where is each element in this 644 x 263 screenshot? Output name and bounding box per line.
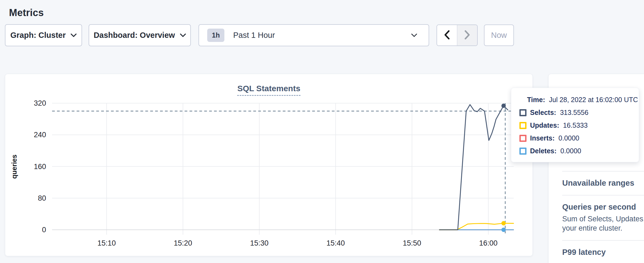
svg-text:15:40: 15:40 [326, 239, 345, 247]
chart-summary-list: Unavailable ranges Queries per second Su… [562, 171, 644, 263]
time-window-nav [437, 25, 478, 46]
time-range-label: Past 1 Hour [233, 31, 275, 40]
tooltip-series-label: Updates: [530, 121, 559, 129]
now-button-label: Now [491, 31, 507, 40]
list-item: Unavailable ranges [562, 172, 644, 195]
inserts-series-swatch-icon [519, 135, 526, 142]
svg-text:0: 0 [42, 226, 46, 234]
dashboard-dropdown[interactable]: Dashboard: Overview [89, 24, 191, 46]
sql-statements-chart-card: SQL Statements 15:1015:2015:3015:4015:50… [5, 74, 533, 256]
tooltip-series-label: Deletes: [530, 147, 556, 155]
tooltip-series-row: Inserts: 0.0000 [519, 134, 631, 142]
tooltip-series-row: Selects: 313.5556 [519, 109, 631, 116]
dashboard-dropdown-label: Dashboard: Overview [94, 31, 175, 40]
previous-time-window-button[interactable] [437, 25, 457, 45]
tooltip-time-label: Time: [527, 96, 545, 104]
tooltip-series-value: 0.0000 [558, 134, 579, 142]
tooltip-series-value: 16.5333 [563, 121, 588, 129]
chevron-down-icon [411, 33, 417, 37]
now-button[interactable]: Now [484, 25, 514, 46]
summary-item-title: Queries per second [562, 203, 644, 212]
summary-item-title: Unavailable ranges [562, 179, 644, 188]
svg-text:15:10: 15:10 [97, 239, 116, 247]
graph-scope-dropdown-label: Graph: Cluster [10, 31, 66, 40]
svg-text:15:50: 15:50 [403, 239, 421, 247]
tooltip-time-value: Jul 28, 2022 at 16:02:00 UTC [549, 96, 638, 104]
chart-hover-tooltip: Time: Jul 28, 2022 at 16:02:00 UTC Selec… [511, 88, 639, 162]
chevron-down-icon [71, 33, 77, 37]
svg-text:queries: queries [10, 155, 18, 179]
chevron-down-icon [180, 33, 186, 37]
page-title: Metrics [9, 7, 44, 19]
svg-text:16:00: 16:00 [479, 239, 498, 247]
tooltip-series-row: Updates: 16.5333 [519, 122, 631, 129]
next-time-window-button[interactable] [457, 25, 477, 45]
svg-text:240: 240 [34, 131, 46, 139]
svg-text:80: 80 [38, 194, 46, 202]
selects-series-swatch-icon [519, 109, 526, 116]
list-item: Queries per second Sum of Selects, Updat… [562, 195, 644, 240]
summary-item-title: P99 latency [562, 248, 644, 257]
tooltip-series-label: Selects: [530, 109, 556, 117]
tooltip-series-label: Inserts: [530, 134, 555, 142]
tooltip-time-row: Time: Jul 28, 2022 at 16:02:00 UTC [527, 96, 631, 103]
time-range-badge: 1h [207, 29, 224, 42]
tooltip-series-value: 0.0000 [560, 147, 581, 155]
svg-text:15:20: 15:20 [174, 239, 192, 247]
deletes-series-swatch-icon [519, 148, 526, 155]
sql-statements-chart-plot[interactable]: 15:1015:2015:3015:4015:5016:003202401608… [5, 74, 532, 256]
svg-text:15:30: 15:30 [250, 239, 269, 247]
svg-text:160: 160 [34, 163, 46, 171]
metrics-page: Metrics Graph: Cluster Dashboard: Overvi… [0, 0, 644, 263]
chevron-left-icon [444, 30, 450, 41]
chevron-right-icon [464, 30, 470, 41]
time-range-dropdown[interactable]: 1h Past 1 Hour [198, 24, 429, 46]
updates-series-swatch-icon [519, 122, 526, 129]
tooltip-series-row: Deletes: 0.0000 [519, 147, 631, 155]
graph-scope-dropdown[interactable]: Graph: Cluster [5, 24, 82, 46]
list-item: P99 latency [562, 241, 644, 263]
tooltip-series-value: 313.5556 [560, 109, 588, 117]
svg-text:320: 320 [34, 99, 46, 107]
summary-item-description: Sum of Selects, Updates, Inseryour entir… [562, 214, 644, 233]
